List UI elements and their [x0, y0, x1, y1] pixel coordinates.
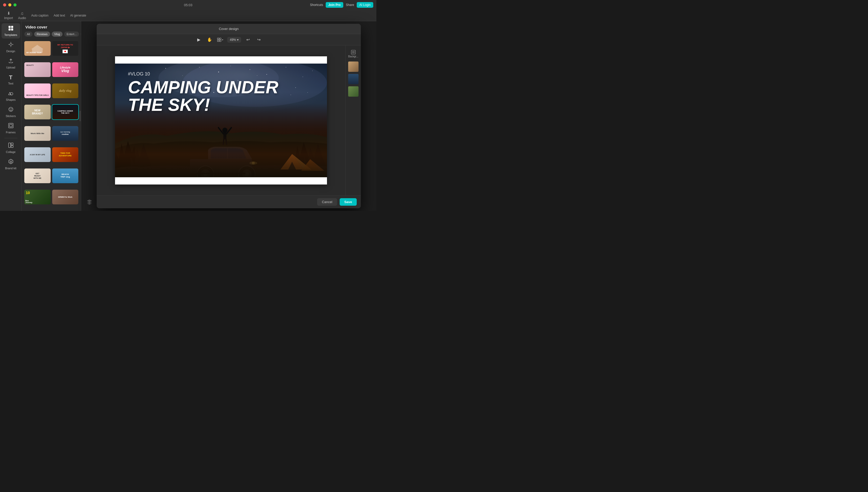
left-sidebar: Templates Design Upload T Text — [0, 21, 22, 211]
template-camping[interactable]: CAMPING UNDERTHE SKY! — [52, 105, 78, 119]
app-toolbar: ⬇ Import ♫ Audio Auto caption Add text A… — [0, 10, 376, 21]
svg-point-26 — [199, 67, 199, 68]
frames-icon — [8, 123, 14, 130]
bg-thumb-3[interactable] — [348, 86, 359, 97]
auto-caption-tool[interactable]: Auto caption — [31, 14, 49, 17]
ai-generate-tool[interactable]: AI generate — [70, 14, 86, 17]
import-label: Import — [4, 16, 13, 20]
text-icon: T — [9, 74, 13, 81]
zoom-value: 49% — [230, 38, 236, 42]
template-new-brand[interactable]: NEWBRAND? — [24, 105, 51, 119]
filter-reviews[interactable]: Reviews — [34, 31, 50, 37]
undo-button[interactable]: ↩ — [244, 36, 252, 44]
panel-title: Video cover — [22, 21, 81, 31]
sidebar-item-design[interactable]: Design — [2, 40, 20, 55]
sidebar-item-collage[interactable]: Collage — [2, 140, 20, 155]
modal-toolbar: ▶ ✋ 49% ▾ ↩ — [97, 34, 361, 46]
sidebar-item-text[interactable]: T Text — [2, 72, 20, 87]
traffic-lights — [3, 3, 17, 6]
cover-text-area: #VLOG 10 CAMPING UNDER THE SKY! — [128, 71, 283, 114]
stickers-icon — [8, 106, 14, 114]
templates-icon — [8, 25, 14, 32]
layout-button[interactable] — [216, 36, 225, 44]
template-japan[interactable]: MY RETURN TOJAPAN ▶ — [52, 41, 78, 56]
share-button[interactable]: Share — [346, 3, 354, 7]
save-button[interactable]: Save — [340, 198, 357, 206]
template-grwm-work[interactable]: GRWM For Work — [52, 190, 78, 204]
svg-rect-3 — [11, 28, 13, 30]
cover-white-bar-bottom — [115, 177, 327, 184]
modal-content: #VLOG 10 CAMPING UNDER THE SKY! — [97, 46, 361, 195]
canvas-hint — [86, 199, 93, 206]
collage-label: Collage — [6, 150, 16, 153]
zoom-control[interactable]: 49% ▾ — [227, 37, 241, 43]
svg-rect-0 — [8, 26, 10, 28]
template-lifestyle-vlog[interactable]: LifestyleVlog — [52, 62, 78, 77]
svg-point-24 — [165, 68, 166, 69]
sidebar-item-brandkit[interactable]: Brand kit — [2, 156, 20, 172]
svg-rect-18 — [219, 38, 221, 40]
audio-tool[interactable]: ♫ Audio — [18, 11, 26, 20]
svg-rect-11 — [8, 143, 10, 148]
maximize-button[interactable] — [14, 3, 17, 6]
canvas-area: Cover design ▶ ✋ — [81, 21, 376, 211]
sidebar-item-upload[interactable]: Upload — [2, 56, 20, 71]
ai-login-button[interactable]: AI Login — [357, 2, 373, 8]
templates-label: Templates — [4, 33, 17, 36]
template-adventure[interactable]: TIME FORADVENTURE — [52, 147, 78, 162]
svg-rect-20 — [219, 40, 221, 42]
modal-right-panel: Backgr... — [345, 46, 361, 195]
cancel-button[interactable]: Cancel — [317, 198, 337, 206]
background-label: Backgr... — [348, 55, 358, 58]
join-pro-button[interactable]: Join Pro — [326, 2, 343, 8]
template-our-morning[interactable]: our morningroutine — [52, 126, 78, 141]
panel-collapse-button[interactable]: ‹ — [79, 111, 81, 121]
shortcuts-button[interactable]: Shortcuts — [310, 3, 323, 7]
template-work[interactable]: Work With Me — [24, 126, 51, 141]
template-house-tour[interactable]: MY HOUSE TOUR — [24, 41, 51, 56]
sidebar-item-frames[interactable]: Frames — [2, 121, 20, 136]
template-day-in-life[interactable]: A DAY IN MY LIFE — [24, 147, 51, 162]
hand-tool-button[interactable]: ✋ — [206, 36, 214, 44]
title-bar: 05:03 Shortcuts Join Pro Share AI Login — [0, 0, 376, 10]
add-text-label: Add text — [53, 14, 65, 17]
template-beauty[interactable]: Beauty — [24, 62, 51, 77]
filter-all[interactable]: All — [24, 31, 32, 37]
svg-rect-10 — [9, 124, 12, 127]
svg-point-4 — [10, 43, 12, 46]
filter-entert[interactable]: Entert... — [64, 31, 79, 37]
filter-vlog[interactable]: Vlog — [52, 31, 63, 37]
template-beauty-tips[interactable]: Beauty Tips for Girls — [24, 83, 51, 98]
cover-image-area[interactable]: #VLOG 10 CAMPING UNDER THE SKY! — [115, 64, 327, 177]
play-button[interactable]: ▶ — [195, 36, 203, 44]
filter-tabs: All Reviews Vlog Entert... › — [22, 31, 81, 40]
bg-thumb-2[interactable] — [348, 74, 359, 84]
import-icon: ⬇ — [7, 11, 10, 16]
sidebar-item-stickers[interactable]: Stickers — [2, 104, 20, 120]
import-tool[interactable]: ⬇ Import — [4, 11, 13, 20]
close-button[interactable] — [3, 3, 6, 6]
bg-thumb-1[interactable] — [348, 62, 359, 72]
template-get-ready[interactable]: GETREADYWITH ME — [24, 169, 51, 183]
svg-rect-9 — [8, 123, 13, 128]
sidebar-item-shapes[interactable]: Shapes — [2, 88, 20, 103]
brandkit-icon — [8, 159, 14, 166]
svg-point-28 — [230, 66, 231, 66]
modal-canvas[interactable]: #VLOG 10 CAMPING UNDER THE SKY! — [97, 46, 345, 195]
sidebar-item-templates[interactable]: Templates — [2, 23, 20, 39]
background-panel-button[interactable]: Backgr... — [348, 48, 359, 59]
add-text-tool[interactable]: Add text — [53, 14, 65, 17]
cover-design-canvas[interactable]: #VLOG 10 CAMPING UNDER THE SKY! — [115, 56, 327, 184]
upload-label: Upload — [6, 66, 15, 69]
cover-white-bar-top — [115, 56, 327, 64]
template-daily-vlog[interactable]: daily vlog — [52, 83, 78, 98]
svg-point-14 — [10, 161, 11, 163]
svg-rect-1 — [11, 26, 13, 28]
svg-marker-16 — [31, 45, 44, 49]
svg-point-8 — [11, 108, 12, 109]
minimize-button[interactable] — [8, 3, 11, 6]
redo-button[interactable]: ↪ — [255, 36, 263, 44]
auto-caption-label: Auto caption — [31, 14, 49, 17]
template-bus-journey[interactable]: 10 BusJourney — [24, 190, 51, 204]
template-beach-trip[interactable]: BEACHTRIP vlog — [52, 169, 78, 183]
